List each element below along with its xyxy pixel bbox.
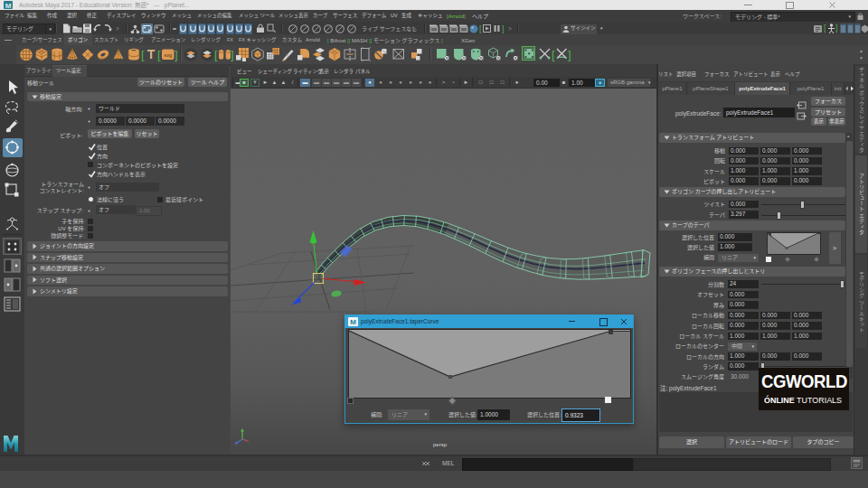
svg-text:M: M — [350, 318, 356, 326]
svg-text:M: M — [5, 2, 12, 10]
svg-text:svg: svg — [165, 52, 173, 58]
